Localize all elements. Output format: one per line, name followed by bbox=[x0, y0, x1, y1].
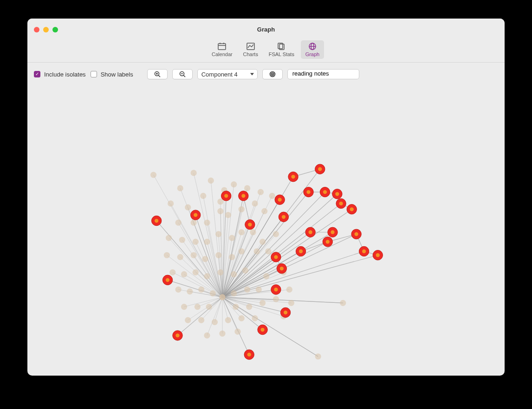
chart-icon bbox=[246, 42, 255, 51]
svg-point-235 bbox=[278, 198, 282, 202]
svg-line-122 bbox=[222, 251, 364, 297]
show-labels-label: Show labels bbox=[101, 71, 133, 78]
svg-point-154 bbox=[231, 181, 237, 187]
svg-point-187 bbox=[181, 271, 187, 277]
svg-point-163 bbox=[239, 206, 245, 212]
svg-point-194 bbox=[187, 288, 193, 294]
svg-point-196 bbox=[210, 290, 216, 296]
svg-point-205 bbox=[260, 300, 266, 306]
svg-point-149 bbox=[208, 178, 214, 184]
svg-point-169 bbox=[193, 239, 199, 245]
svg-point-239 bbox=[291, 175, 295, 179]
graph-search-input[interactable] bbox=[292, 70, 355, 77]
svg-point-201 bbox=[195, 304, 201, 310]
svg-point-211 bbox=[239, 315, 245, 321]
svg-point-233 bbox=[248, 223, 252, 226]
svg-point-175 bbox=[260, 239, 266, 245]
svg-point-25 bbox=[272, 74, 273, 75]
svg-point-177 bbox=[164, 252, 170, 258]
svg-point-159 bbox=[204, 220, 210, 226]
recenter-button[interactable] bbox=[262, 69, 283, 79]
svg-point-214 bbox=[219, 331, 225, 337]
svg-point-251 bbox=[326, 240, 330, 243]
svg-point-223 bbox=[219, 294, 225, 300]
svg-point-199 bbox=[256, 287, 262, 293]
zoom-in-button[interactable] bbox=[147, 69, 168, 79]
svg-point-271 bbox=[280, 267, 284, 270]
svg-point-241 bbox=[299, 249, 303, 253]
svg-point-216 bbox=[286, 287, 292, 293]
close-icon[interactable] bbox=[34, 27, 39, 32]
svg-point-168 bbox=[179, 237, 185, 243]
window-controls bbox=[27, 27, 58, 32]
svg-point-269 bbox=[274, 255, 278, 259]
svg-point-155 bbox=[244, 185, 250, 191]
svg-point-206 bbox=[273, 296, 279, 302]
svg-point-148 bbox=[191, 170, 197, 176]
include-isolates-toggle[interactable]: Include isolates bbox=[34, 71, 86, 78]
zoom-out-button[interactable] bbox=[172, 69, 193, 79]
svg-rect-0 bbox=[218, 44, 226, 50]
svg-point-189 bbox=[204, 273, 210, 279]
svg-point-181 bbox=[215, 252, 221, 258]
svg-point-146 bbox=[150, 172, 156, 178]
calendar-icon bbox=[217, 42, 227, 51]
svg-point-178 bbox=[177, 254, 183, 260]
svg-line-17 bbox=[158, 76, 160, 77]
documents-icon bbox=[277, 42, 286, 51]
svg-line-89 bbox=[214, 297, 222, 322]
svg-line-21 bbox=[183, 76, 185, 77]
svg-point-261 bbox=[355, 232, 358, 236]
svg-point-173 bbox=[239, 229, 245, 235]
svg-point-147 bbox=[177, 185, 183, 191]
minimize-icon[interactable] bbox=[43, 27, 49, 32]
graph-canvas[interactable] bbox=[27, 81, 505, 376]
svg-point-209 bbox=[212, 319, 218, 325]
svg-point-220 bbox=[340, 300, 346, 306]
svg-point-174 bbox=[250, 229, 256, 235]
tab-fsal-stats[interactable]: FSAL Stats bbox=[265, 40, 298, 59]
titlebar: Graph bbox=[27, 19, 505, 40]
show-labels-toggle[interactable]: Show labels bbox=[91, 71, 133, 78]
svg-point-184 bbox=[254, 248, 260, 254]
svg-point-247 bbox=[318, 167, 322, 171]
svg-point-171 bbox=[215, 231, 221, 237]
svg-point-157 bbox=[175, 220, 182, 226]
svg-point-222 bbox=[263, 273, 269, 279]
svg-line-87 bbox=[188, 297, 222, 320]
zoom-icon[interactable] bbox=[52, 27, 58, 32]
svg-line-88 bbox=[201, 297, 222, 320]
svg-point-208 bbox=[198, 317, 204, 323]
svg-point-212 bbox=[252, 315, 258, 321]
component-select-value: Component 4 bbox=[201, 71, 238, 78]
svg-point-167 bbox=[166, 235, 172, 241]
svg-point-191 bbox=[231, 271, 237, 277]
tab-label: Charts bbox=[243, 51, 258, 57]
svg-point-166 bbox=[269, 193, 275, 199]
svg-point-277 bbox=[175, 333, 179, 337]
svg-point-225 bbox=[155, 219, 158, 223]
window-title: Graph bbox=[27, 26, 505, 33]
svg-point-257 bbox=[339, 202, 343, 205]
tab-calendar[interactable]: Calendar bbox=[208, 40, 236, 59]
component-select[interactable]: Component 4 bbox=[197, 69, 258, 79]
svg-point-164 bbox=[252, 200, 258, 206]
checkbox-icon bbox=[91, 71, 97, 77]
svg-point-200 bbox=[181, 304, 187, 310]
tab-charts[interactable]: Charts bbox=[239, 40, 262, 59]
graph-search[interactable] bbox=[287, 69, 359, 79]
svg-point-202 bbox=[206, 304, 212, 310]
svg-point-204 bbox=[246, 304, 252, 310]
svg-point-192 bbox=[242, 268, 248, 274]
svg-point-186 bbox=[169, 269, 175, 275]
tab-graph[interactable]: Graph bbox=[301, 40, 324, 59]
zoom-in-icon bbox=[154, 71, 161, 77]
tab-label: FSAL Stats bbox=[269, 51, 294, 57]
svg-point-188 bbox=[193, 269, 199, 275]
svg-point-210 bbox=[225, 317, 231, 323]
svg-point-245 bbox=[309, 230, 312, 234]
svg-point-275 bbox=[284, 311, 287, 314]
svg-point-279 bbox=[260, 328, 264, 332]
svg-point-156 bbox=[258, 189, 264, 195]
svg-point-176 bbox=[273, 231, 279, 237]
